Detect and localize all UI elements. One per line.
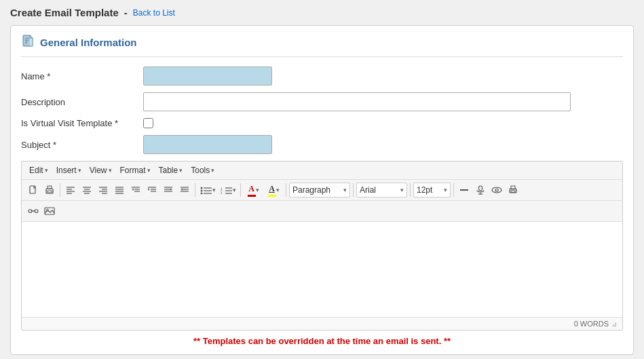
- menu-tools[interactable]: Tools ▾: [187, 164, 218, 176]
- svg-point-42: [200, 193, 202, 195]
- rich-text-editor: Edit ▾ Insert ▾ View ▾ Format ▾ Table: [21, 161, 623, 330]
- subject-input[interactable]: [143, 135, 272, 154]
- toolbar-sep-2: [195, 183, 195, 197]
- name-label: Name *: [21, 71, 143, 81]
- toolbar-link-btn[interactable]: [26, 204, 41, 219]
- description-row: Description: [21, 92, 623, 111]
- svg-marker-31: [148, 189, 150, 191]
- toolbar-align-right-btn[interactable]: [96, 183, 111, 197]
- table-chevron: ▾: [179, 167, 183, 174]
- toolbar-sep-5: [353, 183, 354, 197]
- toolbar-font-select[interactable]: Arial ▾: [356, 183, 407, 197]
- toolbar-sep-7: [453, 183, 454, 197]
- resize-icon[interactable]: ⊿: [611, 320, 617, 328]
- editor-body[interactable]: [22, 222, 622, 317]
- document-icon: [21, 34, 35, 51]
- format-chevron: ▾: [147, 167, 151, 174]
- font-value: Arial: [360, 185, 376, 195]
- svg-marker-39: [181, 189, 183, 191]
- name-input[interactable]: [143, 67, 272, 86]
- toolbar-bullet-list-btn[interactable]: ▾: [198, 183, 217, 197]
- view-chevron: ▾: [109, 167, 112, 174]
- toolbar-align-justify-btn[interactable]: [112, 183, 127, 197]
- svg-point-41: [200, 190, 202, 192]
- size-value: 12pt: [417, 185, 432, 195]
- svg-point-57: [495, 189, 498, 191]
- toolbar-bg-color-btn[interactable]: A ▾: [264, 183, 283, 197]
- paragraph-value: Paragraph: [292, 185, 330, 195]
- toolbar-align-left-btn[interactable]: [63, 183, 78, 197]
- paragraph-arrow: ▾: [343, 187, 347, 193]
- tools-chevron: ▾: [211, 167, 214, 174]
- title-separator: -: [124, 7, 128, 18]
- menu-insert[interactable]: Insert ▾: [53, 164, 85, 176]
- menu-format[interactable]: Format ▾: [117, 164, 154, 176]
- svg-marker-35: [170, 189, 172, 191]
- word-count: 0 WORDS: [574, 320, 609, 328]
- section-header: General Information: [21, 34, 623, 57]
- svg-rect-4: [30, 186, 35, 193]
- svg-rect-53: [479, 186, 482, 191]
- toolbar-new-doc-btn[interactable]: [26, 183, 41, 197]
- toolbar-print2-btn[interactable]: [506, 183, 520, 197]
- toolbar-sep-3: [240, 183, 241, 197]
- description-label: Description: [21, 97, 143, 107]
- font-arrow: ▾: [400, 187, 404, 193]
- toolbar-indent-in-btn[interactable]: [145, 183, 159, 197]
- editor-toolbar-1: ▾ 1.2.3. ▾ A ▾ A: [22, 180, 622, 201]
- svg-rect-60: [511, 191, 515, 193]
- toolbar-preview-btn[interactable]: [489, 183, 504, 197]
- section-title: General Information: [40, 37, 137, 48]
- editor-toolbar-2: [22, 201, 622, 222]
- toolbar-sep-1: [60, 183, 60, 197]
- toolbar-image-btn[interactable]: [42, 204, 57, 219]
- menu-table[interactable]: Table ▾: [155, 164, 187, 176]
- svg-point-56: [492, 187, 501, 193]
- virtual-visit-checkbox[interactable]: [143, 118, 153, 128]
- toolbar-indent-out-btn[interactable]: [128, 183, 143, 197]
- virtual-visit-row: Is Virtual Visit Template *: [21, 118, 623, 128]
- edit-chevron: ▾: [45, 167, 48, 174]
- page-title: Create Email Template: [10, 7, 119, 18]
- toolbar-hr-btn[interactable]: [457, 183, 472, 197]
- toolbar-font-color-btn[interactable]: A ▾: [244, 183, 263, 197]
- main-card: General Information Name * Description I…: [10, 25, 634, 355]
- svg-text:3.: 3.: [221, 191, 223, 195]
- svg-rect-6: [48, 186, 52, 189]
- toolbar-paragraph-select[interactable]: Paragraph ▾: [289, 183, 350, 197]
- toolbar-mic-btn[interactable]: [473, 183, 488, 197]
- size-arrow: ▾: [444, 187, 447, 193]
- editor-footer: 0 WORDS ⊿: [22, 317, 622, 330]
- subject-row: Subject *: [21, 135, 623, 154]
- svg-marker-27: [132, 189, 134, 191]
- toolbar-print-btn[interactable]: [42, 183, 57, 197]
- toolbar-size-select[interactable]: 12pt ▾: [413, 183, 451, 197]
- svg-point-40: [200, 187, 202, 189]
- menu-view[interactable]: View ▾: [86, 164, 115, 176]
- toolbar-numbered-list-btn[interactable]: 1.2.3. ▾: [219, 183, 238, 197]
- description-input[interactable]: [143, 92, 571, 111]
- insert-chevron: ▾: [78, 167, 81, 174]
- subject-label: Subject *: [21, 140, 143, 150]
- toolbar-sep-4: [286, 183, 286, 197]
- name-row: Name *: [21, 67, 623, 86]
- toolbar-ltr-btn[interactable]: [161, 183, 176, 197]
- footer-note: ** Templates can be overridden at the ti…: [21, 336, 623, 346]
- toolbar-rtl-btn[interactable]: [177, 183, 192, 197]
- menu-edit[interactable]: Edit ▾: [26, 164, 52, 176]
- svg-rect-7: [48, 191, 52, 193]
- toolbar-sep-6: [410, 183, 411, 197]
- back-to-list-link[interactable]: Back to List: [133, 8, 175, 18]
- editor-menubar: Edit ▾ Insert ▾ View ▾ Format ▾ Table: [22, 162, 622, 180]
- toolbar-align-center-btn[interactable]: [79, 183, 94, 197]
- virtual-visit-label: Is Virtual Visit Template *: [21, 118, 143, 128]
